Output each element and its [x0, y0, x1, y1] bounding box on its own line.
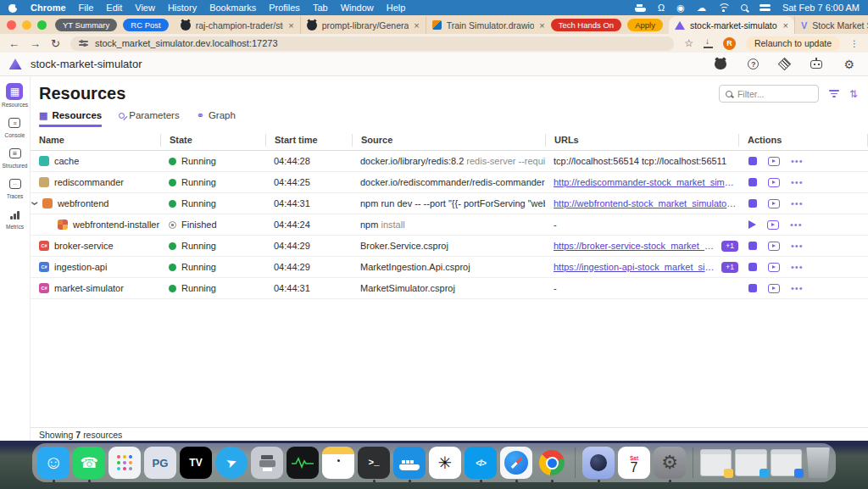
- resource-url-link[interactable]: https://broker-service-stock_market_simu…: [554, 241, 717, 251]
- tab-group-tech-hands-on[interactable]: Tech Hands On: [551, 19, 621, 31]
- reload-button[interactable]: ↻: [51, 38, 60, 49]
- close-window-button[interactable]: [7, 20, 16, 30]
- github-icon[interactable]: [715, 58, 726, 69]
- column-header-name[interactable]: Name: [31, 134, 160, 147]
- telegram-icon[interactable]: ➤: [215, 447, 248, 479]
- more-actions-button[interactable]: •••: [791, 178, 804, 187]
- control-center-icon[interactable]: [760, 4, 771, 12]
- menu-item-profiles[interactable]: Profiles: [269, 3, 300, 13]
- console-logs-button[interactable]: [768, 178, 780, 187]
- more-actions-button[interactable]: •••: [790, 220, 803, 230]
- filter-input-box[interactable]: [719, 85, 819, 103]
- menu-item-help[interactable]: Help: [387, 3, 406, 13]
- tab-group-yt-summary[interactable]: YT Summary: [55, 19, 117, 31]
- relaunch-to-update-button[interactable]: Relaunch to update: [746, 36, 840, 51]
- downloads-icon[interactable]: [704, 39, 713, 48]
- sidebar-item-structured[interactable]: ≣ Structured: [3, 146, 28, 169]
- siri-homepod-icon[interactable]: [582, 447, 615, 479]
- bookmark-star-icon[interactable]: ☆: [684, 38, 693, 48]
- collapse-chevron-icon[interactable]: ❯: [31, 201, 38, 206]
- chrome-icon[interactable]: [536, 447, 568, 479]
- activity-monitor-icon[interactable]: [287, 447, 319, 479]
- terminal-icon[interactable]: >_: [358, 447, 390, 479]
- table-row-ingestion-api[interactable]: C#ingestion-api Running 04:44:29 MarketI…: [31, 257, 868, 278]
- column-header-start-time[interactable]: Start time: [265, 134, 352, 147]
- console-logs-button[interactable]: [768, 263, 780, 272]
- start-button[interactable]: [748, 220, 756, 229]
- console-logs-button[interactable]: [768, 157, 780, 166]
- minimized-window-thumbnail[interactable]: [771, 449, 802, 476]
- resource-url-link[interactable]: http://webfrontend-stock_market_simulato…: [554, 198, 738, 208]
- menu-item-history[interactable]: History: [168, 3, 197, 13]
- sidebar-item-resources[interactable]: ▦ Resources: [2, 83, 28, 108]
- close-tab-icon[interactable]: ×: [288, 20, 293, 31]
- menu-item-bookmarks[interactable]: Bookmarks: [209, 3, 256, 13]
- table-row-market-simulator[interactable]: C#market-simulator Running 04:44:31 Mark…: [31, 278, 868, 299]
- chrome-menu-icon[interactable]: ⋮: [850, 39, 860, 48]
- finder-icon[interactable]: ☺: [37, 447, 70, 479]
- column-header-urls[interactable]: URLs: [545, 134, 738, 147]
- profile-avatar[interactable]: R: [723, 37, 736, 50]
- tab-aspire-dashboard-active[interactable]: stock-market-simulator resou… ×: [669, 16, 794, 34]
- calendar-icon[interactable]: Sat7: [618, 447, 650, 479]
- more-actions-button[interactable]: •••: [791, 284, 804, 293]
- safari-icon[interactable]: [500, 447, 532, 479]
- stop-button[interactable]: [748, 263, 757, 271]
- minimized-window-thumbnail[interactable]: [735, 449, 766, 476]
- printer-icon[interactable]: [251, 447, 283, 479]
- resource-url-link[interactable]: http://rediscommander-stock_market_simul…: [554, 177, 738, 187]
- stop-button[interactable]: [748, 178, 757, 186]
- tab-github-stock[interactable]: raj-champion-trader/stock-… ×: [175, 16, 300, 34]
- console-logs-button[interactable]: [767, 220, 779, 230]
- close-tab-icon[interactable]: ×: [782, 20, 787, 31]
- launch-profile-icon[interactable]: [778, 58, 792, 71]
- tab-drawio[interactable]: Train Simulator.drawio - dra… ×: [426, 16, 551, 34]
- table-row-webfrontend[interactable]: ❯webfrontend Running 04:44:31 npm run de…: [31, 193, 868, 214]
- sidebar-item-traces[interactable]: ·· Traces: [7, 176, 24, 199]
- more-actions-button[interactable]: •••: [791, 263, 804, 272]
- wifi-icon[interactable]: [718, 3, 729, 12]
- postgresql-icon[interactable]: PG: [144, 447, 176, 479]
- more-urls-badge[interactable]: +1: [721, 241, 738, 252]
- settings-gear-icon[interactable]: ⚙: [843, 58, 854, 70]
- menu-bar-clock[interactable]: Sat Feb 7 6:00 AM: [782, 3, 860, 13]
- tab-parameters[interactable]: Parameters: [119, 110, 179, 127]
- docker-icon[interactable]: [393, 447, 426, 479]
- more-actions-button[interactable]: •••: [791, 242, 804, 251]
- table-row-rediscommander[interactable]: rediscommander Running 04:44:25 docker.i…: [31, 172, 868, 193]
- more-actions-button[interactable]: •••: [791, 157, 804, 166]
- address-bar[interactable]: stock_market_simulator.dev.localhost:172…: [70, 36, 674, 51]
- cloud-icon[interactable]: ☁: [697, 3, 706, 13]
- filter-funnel-icon[interactable]: [829, 90, 839, 97]
- menu-item-file[interactable]: File: [79, 3, 94, 13]
- stop-button[interactable]: [748, 284, 757, 292]
- record-icon[interactable]: ◉: [676, 3, 685, 13]
- menu-item-tab[interactable]: Tab: [313, 3, 328, 13]
- chatgpt-icon[interactable]: ✳: [429, 447, 461, 479]
- tab-resources[interactable]: ▦ Resources: [39, 110, 102, 127]
- menu-item-edit[interactable]: Edit: [106, 3, 122, 13]
- resource-url-link[interactable]: https://ingestion-api-stock_market_simul…: [554, 262, 717, 272]
- filter-input[interactable]: [737, 89, 805, 99]
- tab-stock-market-simulator[interactable]: V Stock Market Simulator | Rea… ×: [794, 16, 868, 34]
- tradingview-icon[interactable]: TV: [180, 447, 212, 479]
- console-logs-button[interactable]: [768, 284, 780, 293]
- help-icon[interactable]: ?: [748, 58, 759, 69]
- docker-menubar-icon[interactable]: [635, 4, 646, 12]
- column-header-actions[interactable]: Actions: [738, 134, 868, 147]
- system-settings-icon[interactable]: ⚙: [654, 447, 686, 479]
- sidebar-item-metrics[interactable]: Metrics: [6, 207, 24, 230]
- table-row-broker-service[interactable]: C#broker-service Running 04:44:29 Broker…: [31, 236, 868, 257]
- trash-icon[interactable]: [805, 447, 831, 478]
- stop-button[interactable]: [748, 242, 757, 250]
- more-actions-button[interactable]: •••: [791, 199, 804, 208]
- notes-icon[interactable]: [322, 447, 354, 479]
- column-header-state[interactable]: State: [160, 134, 265, 147]
- console-logs-button[interactable]: [768, 199, 780, 208]
- menu-item-chrome[interactable]: Chrome: [31, 3, 66, 13]
- table-row-cache[interactable]: cache Running 04:44:28 docker.io/library…: [31, 151, 868, 172]
- launchpad-icon[interactable]: [108, 447, 141, 479]
- back-button[interactable]: ←: [8, 38, 19, 49]
- url-text[interactable]: stock_market_simulator.dev.localhost:172…: [95, 38, 278, 48]
- aspire-logo[interactable]: [9, 58, 22, 69]
